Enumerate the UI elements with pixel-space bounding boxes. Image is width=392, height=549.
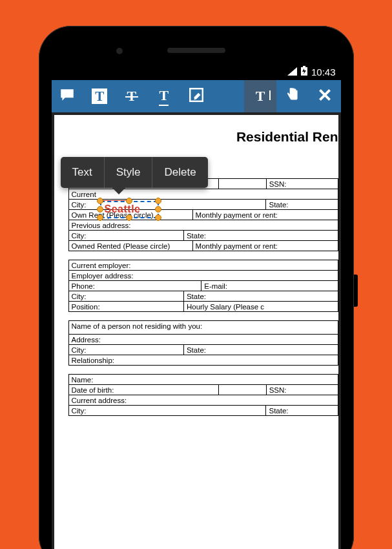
svg-rect-0 (303, 66, 305, 67)
form-cell (219, 385, 267, 395)
form-cell: SSN: (267, 179, 338, 189)
form-row: Position:Hourly Salary (Please c (68, 301, 338, 312)
screen: 10:43 T T T T Residential Ren Text (52, 63, 341, 549)
form-row: Current employer: (68, 260, 338, 271)
form-cell: State: (184, 231, 338, 240)
text-insert-tool[interactable]: T (244, 80, 276, 112)
form-row: Owned Rented (Please circle)Monthly paym… (68, 240, 338, 251)
hand-icon (284, 87, 301, 106)
form-cell: Current (69, 189, 338, 199)
form-cell: State: (266, 406, 337, 415)
toolbar: T T T T (52, 80, 341, 112)
document-viewport[interactable]: Residential Ren Text Style Delete (52, 112, 341, 549)
form-cell: Owned Rented (Please circle) (69, 241, 193, 251)
section-gap (68, 365, 338, 374)
form-row: Relationship: (68, 355, 338, 366)
form-cell: Current employer: (69, 260, 338, 270)
form-cell: City: (69, 291, 184, 301)
text-plain-icon: T (159, 87, 169, 106)
popup-text[interactable]: Text (61, 157, 104, 188)
form-cell: Address: (69, 335, 338, 344)
close-tool[interactable] (309, 80, 341, 112)
form-row: Current address: (68, 395, 338, 406)
form-row: Name: (68, 374, 338, 385)
form-cell: SSN: (267, 385, 338, 395)
form-row: Name of a person not residing with you: (68, 320, 338, 335)
form-cell: State: (184, 291, 338, 301)
form-cell: Position: (69, 302, 184, 311)
form-row: City:State: (68, 405, 338, 416)
form-row: Date of birth:SSN: (68, 384, 338, 395)
form-row: Current (68, 189, 338, 200)
status-time: 10:43 (311, 67, 336, 78)
form-cell (219, 179, 267, 189)
phone-frame: 10:43 T T T T Residential Ren Text (39, 26, 354, 549)
form-cell: Own Rent (Please circle) (69, 210, 193, 220)
form-cell: Monthly payment or rent: (193, 241, 338, 251)
form-row: City:State: (68, 199, 338, 210)
close-icon (316, 87, 333, 106)
form-cell: E-mail: (201, 281, 337, 291)
signal-icon (287, 67, 297, 78)
comment-icon (59, 87, 76, 106)
form-cell: City: (69, 406, 267, 415)
status-bar: 10:43 (52, 63, 341, 80)
text-bold-tool[interactable]: T (83, 80, 116, 112)
form-cell: City: (69, 345, 184, 355)
form-cell: Date of birth: (69, 385, 220, 395)
hand-tool[interactable] (276, 80, 309, 112)
form-cell: City: (69, 231, 184, 240)
phone-bezel: 10:43 T T T T Residential Ren Text (45, 32, 347, 549)
popup-style[interactable]: Style (105, 157, 152, 188)
form-cell: State: (184, 345, 338, 355)
text-bold-icon: T (92, 88, 107, 104)
form-row: Address: (68, 334, 338, 345)
section-gap (68, 311, 338, 320)
text-plain-tool[interactable]: T (148, 80, 180, 112)
brush-tool[interactable] (212, 80, 244, 112)
form-cell: Hourly Salary (Please c (184, 302, 338, 311)
form-row: Previous address: (68, 220, 338, 231)
brush-icon (220, 87, 236, 106)
text-insert-icon: T (256, 88, 265, 105)
strikethrough-tool[interactable]: T (116, 80, 148, 112)
section-gap (68, 251, 338, 260)
form-cell: Relationship: (69, 355, 338, 365)
form-row: City:State: (68, 344, 338, 355)
form-cell: City: (69, 200, 267, 209)
popup-delete[interactable]: Delete (152, 157, 207, 188)
form-row: City:State: (68, 291, 338, 302)
edit-box-icon (188, 87, 205, 106)
edit-box-tool[interactable] (180, 80, 212, 112)
context-menu: Text Style Delete (61, 157, 208, 188)
document-title: Residential Ren (212, 129, 338, 145)
form-cell: Name: (69, 375, 338, 384)
form-cell: Employer address: (69, 271, 338, 280)
comment-tool[interactable] (52, 80, 84, 112)
form-cell: Name of a person not residing with you: (69, 321, 338, 334)
strikethrough-icon: T (127, 88, 137, 105)
form-content: Date of birth:SSN:Current City:State:Own… (54, 178, 338, 416)
form-row: City:State: (68, 230, 338, 241)
battery-icon (301, 66, 307, 78)
form-cell: Monthly payment or rent: (193, 210, 338, 220)
form-cell: Current address: (69, 395, 338, 405)
form-row: Employer address: (68, 270, 338, 281)
form-row: Phone:E-mail: (68, 280, 338, 291)
phone-speaker (167, 48, 225, 53)
form-cell: Phone: (69, 281, 202, 291)
form-row: Own Rent (Please circle)Monthly payment … (68, 209, 338, 220)
phone-sensor (116, 48, 123, 54)
form-cell: State: (266, 200, 337, 209)
form-cell: Previous address: (69, 220, 338, 230)
document-page[interactable]: Residential Ren Text Style Delete (54, 115, 338, 549)
